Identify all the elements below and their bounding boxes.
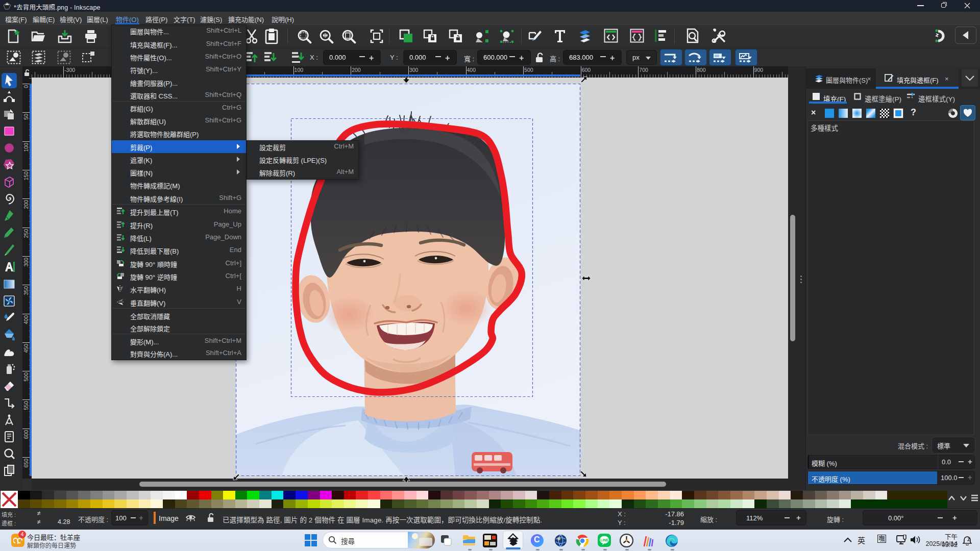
- svg-text:LINE: LINE: [601, 538, 608, 542]
